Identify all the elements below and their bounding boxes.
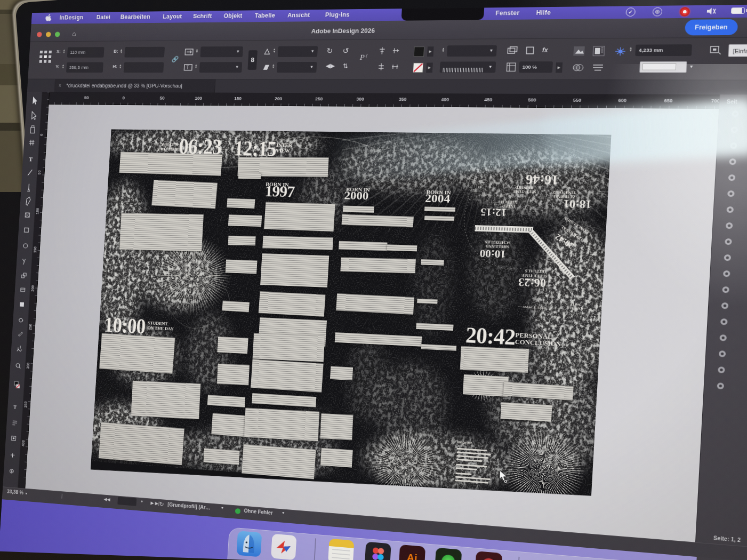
svg-text:T: T [186, 65, 190, 71]
svg-text:T: T [28, 156, 33, 162]
svg-text:T: T [13, 404, 17, 410]
